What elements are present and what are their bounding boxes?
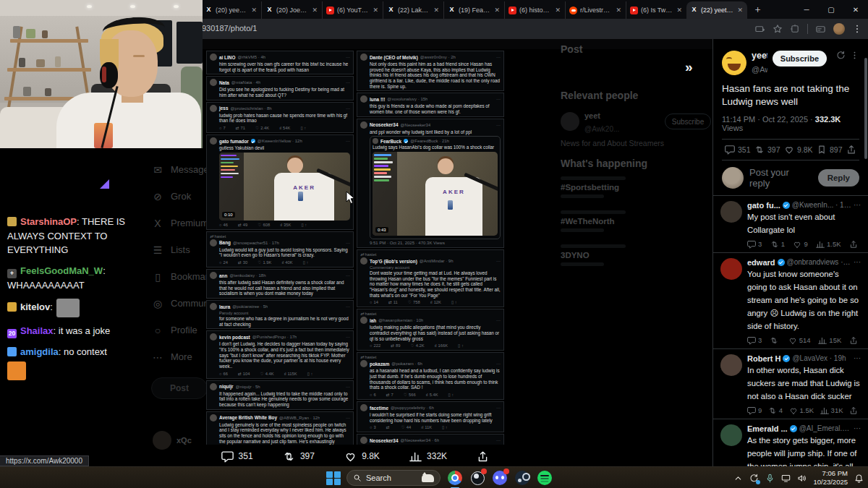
x-nav-item[interactable]: ⊘ Grok	[151, 183, 213, 210]
refresh-icon[interactable]	[836, 51, 846, 60]
more-icon[interactable]: ···	[854, 258, 861, 266]
tray-display-icon[interactable]	[781, 474, 791, 483]
tab-close-icon[interactable]: ✕	[554, 7, 561, 14]
tray-notifications-icon[interactable]	[854, 474, 864, 483]
like-button[interactable]: 9.8K	[784, 145, 813, 155]
more-icon[interactable]	[850, 51, 859, 60]
reply-button[interactable]: 351	[221, 450, 253, 463]
reply-button[interactable]: 351	[725, 145, 751, 155]
minimize-button[interactable]: ─	[794, 0, 819, 19]
reply-placeholder[interactable]: Post your reply	[749, 167, 812, 189]
tab-close-icon[interactable]: ✕	[615, 7, 622, 14]
trend-item[interactable]: 3DYNO	[561, 244, 711, 266]
x-nav-item[interactable]: X Premium	[151, 210, 213, 236]
trend-item[interactable]: #WeTheNorth	[561, 210, 711, 232]
browser-tab[interactable]: (6) YouTube ✕	[322, 1, 383, 19]
browser-tab[interactable]: (19) FearBuc ✕	[443, 1, 504, 19]
x-nav-item[interactable]: ○ Profile	[151, 317, 213, 343]
tab-close-icon[interactable]: ✕	[311, 7, 318, 14]
taskbar-search[interactable]: Search	[346, 470, 441, 486]
yeet-avatar-laughing-emoji[interactable]	[722, 51, 746, 75]
taskbar-discord-icon[interactable]	[492, 469, 508, 487]
relevant-person[interactable]: yeet @Awk20... Subscribe	[561, 108, 711, 134]
tab-groups-icon[interactable]	[815, 24, 826, 35]
view-count[interactable]: 1.5K	[816, 240, 841, 249]
browser-tab[interactable]: (22) yeet on ✕	[686, 1, 747, 19]
browser-tab[interactable]: (20) Joe Pom ✕	[261, 1, 322, 19]
repost-button[interactable]: 397	[754, 145, 780, 155]
browser-tab[interactable]: (22) LakeSho ✕	[383, 1, 443, 19]
reply-button[interactable]: 3	[747, 336, 762, 345]
new-tab-button[interactable]: ＋	[753, 3, 762, 16]
start-button[interactable]	[326, 471, 340, 485]
tab-close-icon[interactable]: ✕	[676, 7, 683, 14]
view-count[interactable]: 15K	[818, 336, 841, 345]
taskbar-spotify-icon[interactable]	[537, 469, 553, 487]
send-to-device-icon[interactable]	[754, 24, 765, 35]
x-nav-item[interactable]: ⋯ More	[151, 343, 213, 370]
taskbar-obs-icon[interactable]	[469, 469, 485, 487]
share-button[interactable]	[849, 240, 858, 249]
reply-tweet[interactable]: edward @onbrandviews · 19h ··· You just …	[713, 253, 868, 349]
browser-menu-icon[interactable]	[852, 24, 862, 34]
close-button[interactable]: ✕	[843, 0, 868, 19]
extensions-icon[interactable]	[790, 24, 800, 34]
subscribe-button[interactable]: Subscribe	[773, 51, 827, 67]
tab-close-icon[interactable]: ✕	[736, 7, 744, 14]
reply-button[interactable]: 9	[747, 406, 762, 415]
address-bar[interactable]: 930187/photo/1	[202, 24, 257, 33]
repost-button[interactable]	[770, 336, 780, 345]
reply-tweet[interactable]: Emerald ... @AI_Emeral... · 8h ··· As th…	[713, 419, 868, 466]
taskbar-clock[interactable]: 7:06 PM10/23/2025	[813, 469, 848, 487]
post-button[interactable]: Post	[151, 377, 208, 399]
more-icon[interactable]: ···	[854, 354, 861, 362]
reply-submit-button[interactable]: Reply	[818, 169, 859, 187]
reply-composer[interactable]: Post your reply Reply	[722, 160, 859, 195]
views-button[interactable]: 332K	[409, 450, 447, 463]
share-button[interactable]	[849, 406, 858, 415]
reply-tweet[interactable]: Robert H @LavaVex · 19h ··· In other wor…	[713, 349, 868, 419]
share-button[interactable]	[849, 336, 858, 345]
tweet-photo-collage[interactable]: ai LINO @rhkVM5 · 4h ··· him screwing ov…	[206, 51, 504, 445]
maximize-button[interactable]: ▢	[819, 0, 843, 19]
x-account-chip[interactable]: xQc	[153, 431, 192, 450]
browser-tab[interactable]: (6) historic l ✕	[504, 1, 565, 19]
tray-chevron-up-icon[interactable]	[733, 474, 743, 483]
tab-close-icon[interactable]: ✕	[433, 7, 440, 14]
view-count[interactable]: 31K	[820, 406, 843, 415]
reply-tweet[interactable]: gato fu... @KweenIn... · 16h ··· My post…	[713, 196, 868, 253]
reply-button[interactable]: 3	[747, 240, 762, 249]
tab-close-icon[interactable]: ✕	[493, 7, 501, 14]
x-nav-item[interactable]: ▯ Bookmarks	[151, 263, 213, 290]
like-button[interactable]: 514	[788, 336, 811, 345]
browser-profile-avatar[interactable]	[833, 23, 845, 35]
share-button[interactable]	[477, 450, 489, 463]
collapse-panel-icon[interactable]: »	[685, 59, 693, 75]
repost-button[interactable]: 1	[770, 240, 785, 249]
tab-close-icon[interactable]: ✕	[250, 7, 258, 14]
browser-tab[interactable]: (6) Is Twitch ✕	[626, 1, 686, 19]
like-button[interactable]: 9	[793, 240, 807, 249]
repost-button[interactable]: 4	[768, 406, 783, 415]
browser-tab[interactable]: (20) yeet on ✕	[200, 1, 261, 19]
tray-microphone-icon[interactable]	[765, 474, 775, 483]
trend-item[interactable]: #Sportsbetting	[561, 176, 711, 198]
subscribe-button-dimmed[interactable]: Subscribe	[665, 114, 711, 129]
scrollbar-thumb[interactable]	[864, 58, 867, 159]
more-icon[interactable]: ···	[854, 201, 861, 209]
like-button[interactable]: 1.5K	[789, 406, 814, 415]
tray-update-icon[interactable]	[749, 474, 759, 483]
browser-tab[interactable]: r/Livestream ✕	[565, 1, 626, 19]
tab-close-icon[interactable]: ✕	[372, 7, 379, 14]
like-button[interactable]: 9.8K	[344, 450, 380, 463]
repost-button[interactable]: 397	[283, 450, 315, 463]
bookmark-button[interactable]: 897	[817, 145, 843, 155]
bookmark-star-icon[interactable]	[773, 24, 783, 34]
x-nav-item[interactable]: ✉ Messages	[151, 156, 213, 183]
taskbar-chrome-icon[interactable]	[447, 469, 463, 487]
x-nav-item[interactable]: ☰ Lists	[151, 236, 213, 263]
x-nav-item[interactable]: ◎ Communities	[151, 290, 213, 317]
tray-volume-icon[interactable]	[797, 474, 807, 483]
more-icon[interactable]: ···	[854, 424, 861, 432]
share-button[interactable]	[846, 145, 856, 155]
